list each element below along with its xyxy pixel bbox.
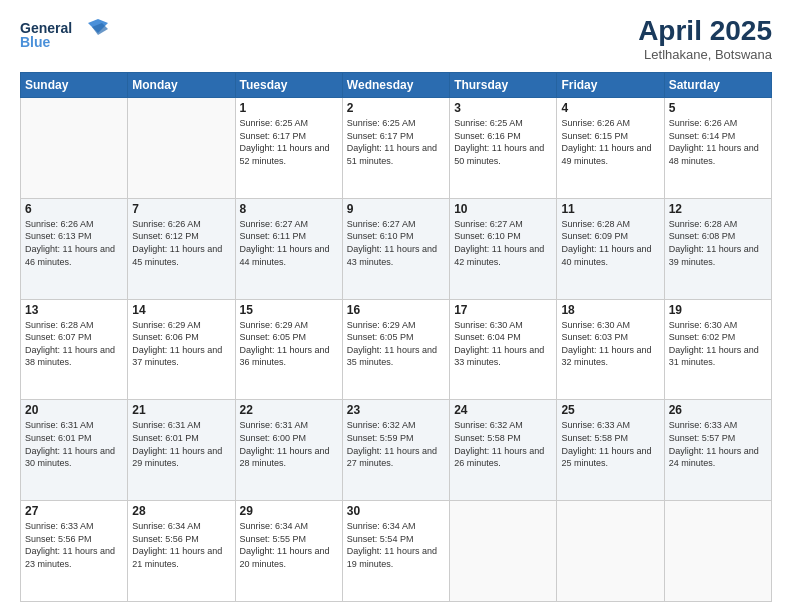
day-number: 4 [561, 101, 659, 115]
day-info: Sunrise: 6:30 AMSunset: 6:03 PMDaylight:… [561, 319, 659, 369]
day-number: 30 [347, 504, 445, 518]
day-number: 9 [347, 202, 445, 216]
day-info: Sunrise: 6:32 AMSunset: 5:59 PMDaylight:… [347, 419, 445, 469]
table-row [21, 98, 128, 199]
day-info: Sunrise: 6:27 AMSunset: 6:11 PMDaylight:… [240, 218, 338, 268]
table-row: 3Sunrise: 6:25 AMSunset: 6:16 PMDaylight… [450, 98, 557, 199]
day-number: 27 [25, 504, 123, 518]
table-row: 28Sunrise: 6:34 AMSunset: 5:56 PMDayligh… [128, 501, 235, 602]
day-number: 6 [25, 202, 123, 216]
day-info: Sunrise: 6:28 AMSunset: 6:08 PMDaylight:… [669, 218, 767, 268]
day-info: Sunrise: 6:27 AMSunset: 6:10 PMDaylight:… [347, 218, 445, 268]
day-info: Sunrise: 6:33 AMSunset: 5:57 PMDaylight:… [669, 419, 767, 469]
day-info: Sunrise: 6:28 AMSunset: 6:09 PMDaylight:… [561, 218, 659, 268]
table-row: 16Sunrise: 6:29 AMSunset: 6:05 PMDayligh… [342, 299, 449, 400]
day-info: Sunrise: 6:34 AMSunset: 5:55 PMDaylight:… [240, 520, 338, 570]
col-wednesday: Wednesday [342, 73, 449, 98]
day-info: Sunrise: 6:31 AMSunset: 6:01 PMDaylight:… [25, 419, 123, 469]
day-info: Sunrise: 6:33 AMSunset: 5:58 PMDaylight:… [561, 419, 659, 469]
col-saturday: Saturday [664, 73, 771, 98]
table-row: 18Sunrise: 6:30 AMSunset: 6:03 PMDayligh… [557, 299, 664, 400]
col-sunday: Sunday [21, 73, 128, 98]
day-number: 24 [454, 403, 552, 417]
day-info: Sunrise: 6:28 AMSunset: 6:07 PMDaylight:… [25, 319, 123, 369]
table-row [664, 501, 771, 602]
day-info: Sunrise: 6:32 AMSunset: 5:58 PMDaylight:… [454, 419, 552, 469]
day-number: 22 [240, 403, 338, 417]
day-number: 21 [132, 403, 230, 417]
day-number: 28 [132, 504, 230, 518]
day-number: 23 [347, 403, 445, 417]
day-number: 2 [347, 101, 445, 115]
day-number: 13 [25, 303, 123, 317]
logo-icon: General Blue [20, 15, 115, 55]
table-row: 15Sunrise: 6:29 AMSunset: 6:05 PMDayligh… [235, 299, 342, 400]
page: General Blue April 2025 Letlhakane, Bots… [0, 0, 792, 612]
table-row: 1Sunrise: 6:25 AMSunset: 6:17 PMDaylight… [235, 98, 342, 199]
calendar-week-row: 13Sunrise: 6:28 AMSunset: 6:07 PMDayligh… [21, 299, 772, 400]
table-row: 12Sunrise: 6:28 AMSunset: 6:08 PMDayligh… [664, 198, 771, 299]
table-row: 26Sunrise: 6:33 AMSunset: 5:57 PMDayligh… [664, 400, 771, 501]
day-number: 15 [240, 303, 338, 317]
day-info: Sunrise: 6:30 AMSunset: 6:02 PMDaylight:… [669, 319, 767, 369]
day-number: 18 [561, 303, 659, 317]
calendar-week-row: 1Sunrise: 6:25 AMSunset: 6:17 PMDaylight… [21, 98, 772, 199]
day-number: 10 [454, 202, 552, 216]
table-row [450, 501, 557, 602]
day-info: Sunrise: 6:29 AMSunset: 6:06 PMDaylight:… [132, 319, 230, 369]
calendar-header-row: Sunday Monday Tuesday Wednesday Thursday… [21, 73, 772, 98]
table-row: 6Sunrise: 6:26 AMSunset: 6:13 PMDaylight… [21, 198, 128, 299]
day-info: Sunrise: 6:25 AMSunset: 6:16 PMDaylight:… [454, 117, 552, 167]
table-row: 22Sunrise: 6:31 AMSunset: 6:00 PMDayligh… [235, 400, 342, 501]
day-info: Sunrise: 6:27 AMSunset: 6:10 PMDaylight:… [454, 218, 552, 268]
day-number: 16 [347, 303, 445, 317]
day-number: 26 [669, 403, 767, 417]
calendar-table: Sunday Monday Tuesday Wednesday Thursday… [20, 72, 772, 602]
day-info: Sunrise: 6:26 AMSunset: 6:13 PMDaylight:… [25, 218, 123, 268]
day-number: 3 [454, 101, 552, 115]
table-row: 13Sunrise: 6:28 AMSunset: 6:07 PMDayligh… [21, 299, 128, 400]
day-info: Sunrise: 6:30 AMSunset: 6:04 PMDaylight:… [454, 319, 552, 369]
col-tuesday: Tuesday [235, 73, 342, 98]
day-number: 29 [240, 504, 338, 518]
table-row: 19Sunrise: 6:30 AMSunset: 6:02 PMDayligh… [664, 299, 771, 400]
day-info: Sunrise: 6:33 AMSunset: 5:56 PMDaylight:… [25, 520, 123, 570]
col-monday: Monday [128, 73, 235, 98]
table-row: 24Sunrise: 6:32 AMSunset: 5:58 PMDayligh… [450, 400, 557, 501]
day-info: Sunrise: 6:34 AMSunset: 5:56 PMDaylight:… [132, 520, 230, 570]
day-number: 12 [669, 202, 767, 216]
table-row: 5Sunrise: 6:26 AMSunset: 6:14 PMDaylight… [664, 98, 771, 199]
day-number: 17 [454, 303, 552, 317]
day-number: 14 [132, 303, 230, 317]
day-info: Sunrise: 6:26 AMSunset: 6:14 PMDaylight:… [669, 117, 767, 167]
table-row: 14Sunrise: 6:29 AMSunset: 6:06 PMDayligh… [128, 299, 235, 400]
table-row: 8Sunrise: 6:27 AMSunset: 6:11 PMDaylight… [235, 198, 342, 299]
table-row: 21Sunrise: 6:31 AMSunset: 6:01 PMDayligh… [128, 400, 235, 501]
day-number: 11 [561, 202, 659, 216]
table-row: 10Sunrise: 6:27 AMSunset: 6:10 PMDayligh… [450, 198, 557, 299]
table-row: 30Sunrise: 6:34 AMSunset: 5:54 PMDayligh… [342, 501, 449, 602]
day-number: 19 [669, 303, 767, 317]
day-number: 7 [132, 202, 230, 216]
day-number: 5 [669, 101, 767, 115]
table-row: 20Sunrise: 6:31 AMSunset: 6:01 PMDayligh… [21, 400, 128, 501]
title-area: April 2025 Letlhakane, Botswana [638, 15, 772, 62]
logo: General Blue [20, 15, 115, 59]
table-row: 27Sunrise: 6:33 AMSunset: 5:56 PMDayligh… [21, 501, 128, 602]
table-row: 11Sunrise: 6:28 AMSunset: 6:09 PMDayligh… [557, 198, 664, 299]
day-info: Sunrise: 6:26 AMSunset: 6:12 PMDaylight:… [132, 218, 230, 268]
calendar-week-row: 27Sunrise: 6:33 AMSunset: 5:56 PMDayligh… [21, 501, 772, 602]
table-row [557, 501, 664, 602]
day-number: 1 [240, 101, 338, 115]
day-info: Sunrise: 6:31 AMSunset: 6:01 PMDaylight:… [132, 419, 230, 469]
table-row: 2Sunrise: 6:25 AMSunset: 6:17 PMDaylight… [342, 98, 449, 199]
col-thursday: Thursday [450, 73, 557, 98]
header: General Blue April 2025 Letlhakane, Bots… [20, 15, 772, 62]
day-info: Sunrise: 6:25 AMSunset: 6:17 PMDaylight:… [347, 117, 445, 167]
day-number: 20 [25, 403, 123, 417]
table-row: 7Sunrise: 6:26 AMSunset: 6:12 PMDaylight… [128, 198, 235, 299]
location-subtitle: Letlhakane, Botswana [638, 47, 772, 62]
table-row: 23Sunrise: 6:32 AMSunset: 5:59 PMDayligh… [342, 400, 449, 501]
day-info: Sunrise: 6:26 AMSunset: 6:15 PMDaylight:… [561, 117, 659, 167]
col-friday: Friday [557, 73, 664, 98]
